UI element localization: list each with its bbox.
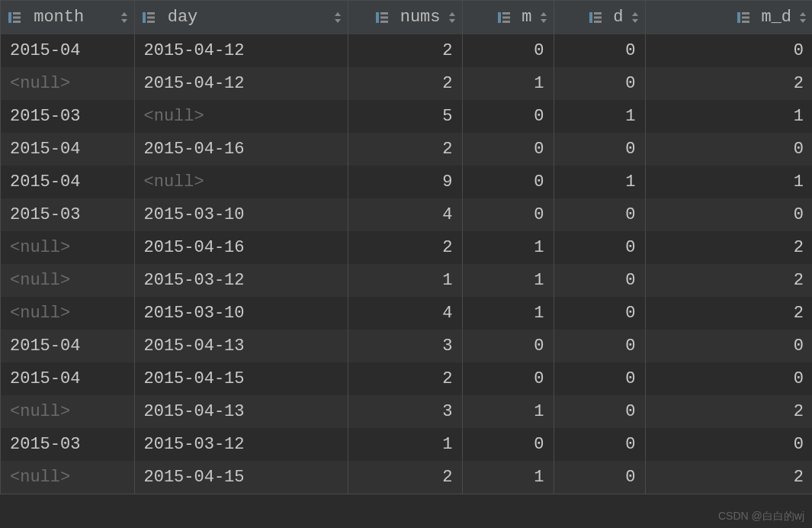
- cell-nums[interactable]: 2: [348, 34, 462, 67]
- cell-m_d[interactable]: 0: [645, 198, 812, 231]
- cell-d[interactable]: 1: [554, 100, 645, 133]
- cell-m[interactable]: 0: [462, 428, 554, 461]
- cell-nums[interactable]: 4: [348, 297, 462, 330]
- cell-day[interactable]: 2015-03-10: [134, 297, 348, 330]
- cell-nums[interactable]: 2: [348, 461, 462, 494]
- cell-m[interactable]: 1: [462, 264, 554, 297]
- cell-month[interactable]: 2015-03: [1, 428, 134, 461]
- cell-m[interactable]: 1: [462, 395, 554, 428]
- cell-day[interactable]: 2015-04-16: [134, 231, 348, 264]
- cell-d[interactable]: 0: [554, 461, 645, 494]
- cell-d[interactable]: 0: [554, 297, 645, 330]
- table-row[interactable]: <null>2015-04-152102: [1, 461, 812, 494]
- table-row[interactable]: 2015-032015-03-104000: [1, 198, 812, 231]
- cell-nums[interactable]: 5: [348, 100, 462, 133]
- cell-m[interactable]: 0: [462, 330, 554, 362]
- table-row[interactable]: 2015-042015-04-152000: [1, 362, 812, 395]
- cell-month[interactable]: 2015-03: [1, 198, 134, 231]
- cell-nums[interactable]: 9: [348, 166, 462, 198]
- cell-d[interactable]: 0: [554, 34, 645, 67]
- cell-nums[interactable]: 2: [348, 362, 462, 395]
- cell-month[interactable]: <null>: [1, 264, 134, 297]
- column-header-m-d[interactable]: m_d: [645, 1, 812, 34]
- table-row[interactable]: 2015-04<null>9011: [1, 166, 812, 198]
- cell-month[interactable]: 2015-04: [1, 34, 134, 67]
- cell-m_d[interactable]: 2: [645, 67, 812, 100]
- cell-day[interactable]: 2015-04-16: [134, 133, 348, 166]
- cell-d[interactable]: 0: [554, 362, 645, 395]
- cell-m_d[interactable]: 2: [645, 395, 812, 428]
- column-header-month[interactable]: month: [1, 1, 134, 34]
- cell-month[interactable]: <null>: [1, 395, 134, 428]
- column-header-day[interactable]: day: [134, 1, 348, 34]
- cell-m[interactable]: 0: [462, 100, 554, 133]
- cell-day[interactable]: 2015-04-15: [134, 362, 348, 395]
- cell-m_d[interactable]: 0: [645, 362, 812, 395]
- cell-day[interactable]: <null>: [134, 166, 348, 198]
- cell-d[interactable]: 0: [554, 395, 645, 428]
- cell-d[interactable]: 0: [554, 67, 645, 100]
- cell-m_d[interactable]: 2: [645, 297, 812, 330]
- cell-month[interactable]: 2015-04: [1, 166, 134, 198]
- table-row[interactable]: 2015-042015-04-133000: [1, 330, 812, 362]
- table-row[interactable]: <null>2015-04-133102: [1, 395, 812, 428]
- cell-d[interactable]: 0: [554, 231, 645, 264]
- cell-m[interactable]: 1: [462, 461, 554, 494]
- cell-m_d[interactable]: 2: [645, 264, 812, 297]
- cell-d[interactable]: 0: [554, 198, 645, 231]
- sort-icon[interactable]: [799, 11, 807, 24]
- cell-month[interactable]: 2015-04: [1, 330, 134, 362]
- cell-nums[interactable]: 2: [348, 133, 462, 166]
- cell-m_d[interactable]: 1: [645, 100, 812, 133]
- cell-nums[interactable]: 1: [348, 428, 462, 461]
- cell-day[interactable]: <null>: [134, 100, 348, 133]
- cell-nums[interactable]: 2: [348, 67, 462, 100]
- cell-d[interactable]: 0: [554, 330, 645, 362]
- cell-day[interactable]: 2015-04-15: [134, 461, 348, 494]
- cell-d[interactable]: 0: [554, 133, 645, 166]
- cell-d[interactable]: 1: [554, 166, 645, 198]
- cell-month[interactable]: 2015-04: [1, 362, 134, 395]
- cell-month[interactable]: <null>: [1, 297, 134, 330]
- column-header-nums[interactable]: nums: [348, 1, 462, 34]
- cell-m_d[interactable]: 0: [645, 34, 812, 67]
- cell-m_d[interactable]: 2: [645, 231, 812, 264]
- column-header-d[interactable]: d: [554, 1, 645, 34]
- cell-m[interactable]: 0: [462, 133, 554, 166]
- cell-nums[interactable]: 3: [348, 395, 462, 428]
- cell-day[interactable]: 2015-04-13: [134, 330, 348, 362]
- table-row[interactable]: <null>2015-03-104102: [1, 297, 812, 330]
- table-row[interactable]: <null>2015-03-121102: [1, 264, 812, 297]
- cell-m[interactable]: 1: [462, 231, 554, 264]
- cell-nums[interactable]: 4: [348, 198, 462, 231]
- cell-m[interactable]: 1: [462, 67, 554, 100]
- cell-day[interactable]: 2015-03-12: [134, 264, 348, 297]
- cell-m[interactable]: 0: [462, 34, 554, 67]
- cell-m[interactable]: 0: [462, 198, 554, 231]
- sort-icon[interactable]: [334, 11, 342, 24]
- cell-m_d[interactable]: 1: [645, 166, 812, 198]
- cell-nums[interactable]: 3: [348, 330, 462, 362]
- table-row[interactable]: <null>2015-04-162102: [1, 231, 812, 264]
- table-row[interactable]: 2015-042015-04-162000: [1, 133, 812, 166]
- cell-m[interactable]: 0: [462, 362, 554, 395]
- cell-day[interactable]: 2015-03-12: [134, 428, 348, 461]
- cell-m_d[interactable]: 0: [645, 133, 812, 166]
- cell-nums[interactable]: 2: [348, 231, 462, 264]
- cell-day[interactable]: 2015-03-10: [134, 198, 348, 231]
- column-header-m[interactable]: m: [462, 1, 554, 34]
- cell-day[interactable]: 2015-04-12: [134, 67, 348, 100]
- table-row[interactable]: <null>2015-04-122102: [1, 67, 812, 100]
- cell-m[interactable]: 1: [462, 297, 554, 330]
- sort-icon[interactable]: [540, 11, 547, 24]
- cell-m[interactable]: 0: [462, 166, 554, 198]
- sort-icon[interactable]: [120, 11, 128, 24]
- cell-d[interactable]: 0: [554, 264, 645, 297]
- cell-day[interactable]: 2015-04-12: [134, 34, 348, 67]
- cell-month[interactable]: 2015-04: [1, 133, 134, 166]
- cell-month[interactable]: <null>: [1, 67, 134, 100]
- cell-month[interactable]: <null>: [1, 461, 134, 494]
- cell-m_d[interactable]: 0: [645, 330, 812, 362]
- table-row[interactable]: 2015-032015-03-121000: [1, 428, 812, 461]
- cell-m_d[interactable]: 0: [645, 428, 812, 461]
